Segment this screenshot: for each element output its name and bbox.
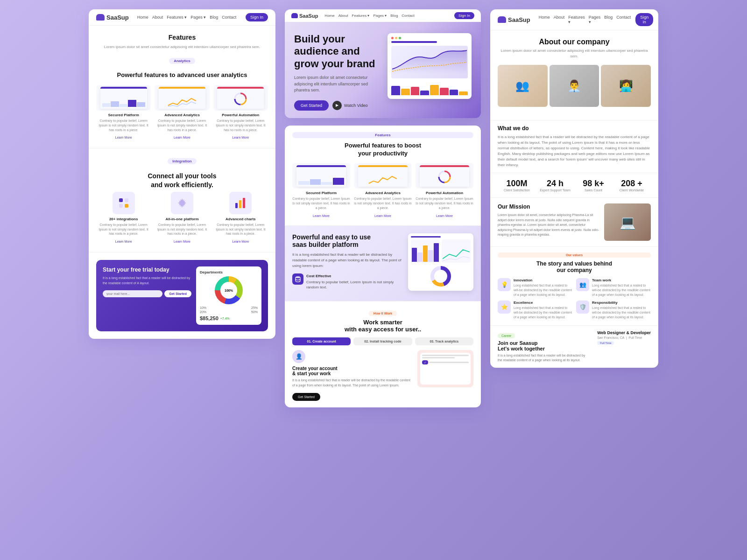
learn-more-3[interactable]: Learn More — [232, 136, 249, 139]
stat-label-3: Sales Count — [574, 189, 613, 192]
database-icon — [295, 276, 301, 282]
cost-effective-icon — [292, 273, 303, 285]
trial-cta-button[interactable]: Get Started — [164, 290, 191, 297]
boost-text-3: Contrary to popular belief, Lorem Ipsum … — [416, 196, 473, 210]
left-logo: SaaSup — [96, 14, 129, 21]
teamwork-icon: 👥 — [576, 278, 589, 291]
features-boost-section: Features Powerful features to boostyour … — [285, 126, 481, 226]
wwd-title: What we do — [498, 125, 651, 132]
values-title: The story and values behindour company — [498, 260, 651, 273]
saas-text: Powerful and easy to usesaas builder pla… — [292, 233, 402, 294]
learn-more-1[interactable]: Learn More — [115, 136, 132, 139]
stat-4: 208 + Client Worldwide — [613, 179, 651, 192]
left-feature-card-3: Powerful Automation Contrary to popular … — [213, 85, 268, 140]
int-learn-1[interactable]: Learn More — [115, 240, 132, 243]
hero-signin-button[interactable]: Sign In — [454, 12, 474, 19]
left-feature-card-2: Advanced Analytics Contrary to popular b… — [155, 85, 209, 140]
wwd-text: It is a long established fact that a rea… — [498, 134, 651, 168]
boost-learn-3[interactable]: Learn More — [436, 214, 453, 217]
stat-1: 100M Client Satisfaction — [498, 179, 536, 192]
learn-more-2[interactable]: Learn More — [174, 136, 190, 139]
saas-mockup-bar — [411, 236, 441, 238]
hmi-bar-3 — [429, 362, 469, 363]
int-learn-3[interactable]: Learn More — [232, 240, 249, 243]
hero-section: SaaSup Home About Features ▾ Pages ▾ Blo… — [285, 9, 481, 118]
feature-thumb-3 — [213, 85, 268, 111]
stat-label-2: Expert Support Team — [536, 189, 574, 192]
boost-learn-2[interactable]: Learn More — [374, 214, 391, 217]
trial-dashboard: Departments 100% 10% 25% 20% 50% $85,250… — [196, 266, 261, 325]
boost-card-1: Secured Platform Contrary to popular bel… — [292, 163, 350, 218]
hero-nav: SaaSup Home About Features ▾ Pages ▾ Blo… — [285, 9, 481, 22]
feature-text-2: Contrary to popular belief, Lorem Ipsum … — [155, 119, 209, 132]
dashboard-mini-bar — [391, 41, 437, 43]
hero-dashboard-dots — [391, 37, 468, 39]
hero-cloud-icon — [291, 13, 298, 18]
boost-thumb-3 — [416, 163, 473, 189]
svg-rect-2 — [125, 198, 128, 202]
about-desc: Lorem ipsum dolor sit amet consectetur a… — [498, 48, 651, 59]
step-3-button[interactable]: 03. Track analytics — [415, 337, 473, 345]
job-tags: Full Time — [597, 341, 651, 345]
svg-point-10 — [296, 276, 300, 278]
innovation-text: Innovation Long established fact that a … — [514, 278, 572, 297]
excellence-name: Excellence — [514, 301, 572, 305]
how-content-text: It is a long established fact that a rea… — [292, 378, 413, 388]
boost-learn-1[interactable]: Learn More — [313, 214, 330, 217]
hmi-bar-2 — [422, 357, 455, 358]
excellence-desc: Long established fact that a reated to w… — [514, 306, 572, 319]
trial-stat-delta: +7.4% — [220, 317, 230, 320]
career-left: Career Join our SaasupLet's work togethe… — [498, 330, 590, 363]
hero-get-started-button[interactable]: Get Started — [294, 100, 329, 111]
responsibility-icon: 🛡️ — [576, 301, 589, 314]
left-features-desc: Lorem ipsum dolor sit amet consectetur a… — [96, 44, 268, 50]
values-tag: Our values — [498, 252, 651, 258]
boost-text-2: Contrary to popular belief, Lorem Ipsum … — [354, 196, 412, 210]
hero-watch-video[interactable]: ▶ Watch Video — [332, 101, 368, 110]
mission-title: Our Mission — [498, 203, 599, 210]
hmi-tag: ✓ — [422, 360, 428, 364]
integration-icon-2 — [171, 192, 193, 214]
boost-name-2: Advanced Analytics — [354, 191, 412, 195]
stat-num-1: 100M — [498, 179, 536, 189]
how-tag: How It Work — [369, 311, 397, 316]
feature-thumb-1 — [96, 85, 151, 111]
step-2-button[interactable]: 02. Install tracking code — [353, 337, 412, 345]
play-icon: ▶ — [332, 101, 342, 110]
career-section: Career Join our SaasupLet's work togethe… — [490, 325, 658, 368]
right-panel: SaaSup Home About Features ▾ Pages ▾ Blo… — [490, 9, 658, 368]
about-photos: 👥 👨‍💼 👩‍💻 — [498, 65, 651, 107]
about-photo-2: 👨‍💼 — [550, 65, 599, 107]
hero-desc: Lorem ipsum dolor sit amet consectetur a… — [294, 75, 380, 94]
trial-email-input[interactable] — [103, 290, 162, 297]
responsibility-text: Responsibility Long established fact tha… — [592, 301, 651, 319]
how-get-started-button[interactable]: Get Started — [292, 393, 320, 401]
trial-donut-inner: 100% — [220, 282, 237, 299]
feature-thumb-2 — [155, 85, 209, 111]
step-1-button[interactable]: 01. Create account — [292, 337, 351, 345]
innovation-icon: 💡 — [498, 278, 511, 291]
left-signin-button[interactable]: Sign In — [246, 13, 268, 21]
stat-num-2: 24 h — [536, 179, 574, 189]
trial-title: Start your free trial today — [103, 266, 191, 273]
int-learn-2[interactable]: Learn More — [174, 240, 190, 243]
photo-placeholder-2: 👨‍💼 — [550, 65, 599, 107]
puzzle-icon — [117, 196, 130, 210]
excellence-icon: ⭐ — [498, 301, 511, 314]
cloud-icon — [96, 14, 105, 21]
stat-label-4: Client Worldwide — [613, 189, 651, 192]
red-dot — [391, 37, 394, 39]
trial-dashboard-title: Departments — [200, 270, 258, 274]
right-logo: SaaSup — [498, 16, 530, 23]
hero-title: Build your audience and grow your brand — [294, 33, 380, 70]
boost-thumb-2 — [354, 163, 412, 189]
trial-stat-row: 10% 25% — [200, 306, 258, 309]
cost-effective-text: Cost Effective Contrary to popular belie… — [306, 273, 402, 290]
left-features-section: Features Lorem ipsum dolor sit amet cons… — [89, 26, 275, 148]
saas-donut-chart — [429, 265, 452, 288]
svg-rect-7 — [239, 200, 241, 208]
right-signin-button[interactable]: Sign in — [635, 13, 653, 26]
saas-donut-wrap — [411, 265, 471, 288]
integrations-grid: 20+ integrations Contrary to popular bel… — [96, 192, 268, 245]
how-content-left: 👤 Create your account& start your work I… — [292, 350, 413, 401]
